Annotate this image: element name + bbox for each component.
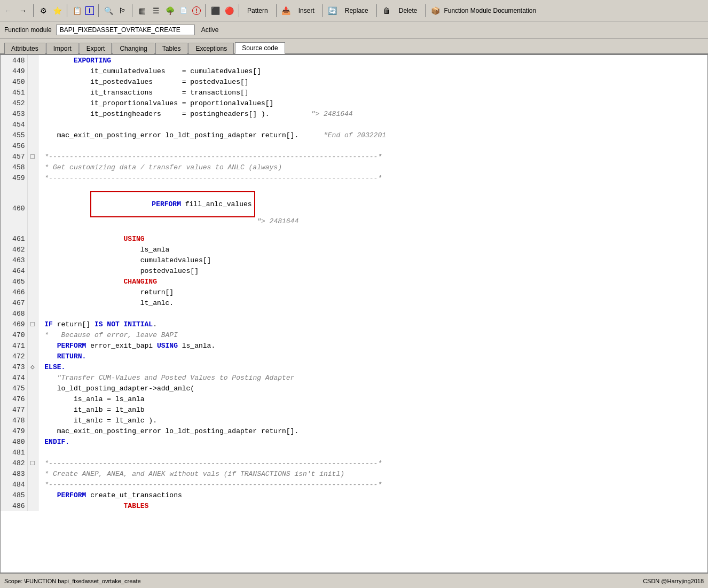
table-row: 472 RETURN. [1, 351, 707, 362]
toolbar-icon-list[interactable]: ☰ [151, 5, 161, 16]
code-line [38, 140, 707, 151]
toolbar-icon-doc[interactable]: 📄 [178, 5, 189, 16]
tab-exceptions[interactable]: Exceptions [188, 43, 234, 54]
toolbar-icon-module[interactable]: 📦 [430, 5, 440, 16]
toolbar-icon-insert-icon[interactable]: 📥 [281, 5, 292, 16]
line-number: 481 [1, 447, 27, 458]
line-number: 468 [1, 308, 27, 319]
table-row: 482 □ *---------------------------------… [1, 458, 707, 468]
code-line: mac_exit_on_posting_error lo_ldt_posting… [38, 426, 707, 436]
toolbar-icon-delete-icon[interactable]: 🗑 [381, 5, 392, 16]
toolbar: ← → ⚙ ⭐ 📋 i 🔍 🏳 ▦ ☰ 🌳 📄 ! ⬛ 🔴 Pattern 📥 … [0, 0, 708, 21]
code-line: PERFORM create_ut_transactions [38, 490, 707, 500]
table-row: 479 mac_exit_on_posting_error lo_ldt_pos… [1, 426, 707, 436]
separator-3 [98, 4, 99, 17]
code-line: ENDIF. [38, 436, 707, 447]
toolbar-icon-tree[interactable]: 🌳 [164, 5, 175, 16]
expand-col [27, 394, 38, 404]
code-line: EXPORTING [38, 55, 707, 66]
tab-attributes[interactable]: Attributes [4, 43, 45, 54]
table-row: 455 mac_exit_on_posting_error lo_ldt_pos… [1, 130, 707, 140]
code-line [38, 308, 707, 319]
line-number: 453 [1, 108, 27, 119]
separator-7 [276, 4, 277, 17]
separator-5 [205, 4, 206, 17]
code-line: it_cumulatedvalues = cumulatedvalues[] [38, 66, 707, 76]
line-number: 479 [1, 426, 27, 436]
code-line: * Get customizing data / transfer values… [38, 162, 707, 173]
insert-button[interactable]: Insert [295, 5, 318, 16]
toolbar-icon-flag[interactable]: 🏳 [117, 5, 128, 16]
table-row: 448 EXPORTING [1, 55, 707, 66]
toolbar-icon-replace-icon[interactable]: 🔄 [327, 5, 338, 16]
table-row: 477 it_anlb = lt_anlb [1, 404, 707, 415]
toolbar-icon-search[interactable]: 🔍 [103, 5, 114, 16]
code-table: 448 EXPORTING 449 it_cumulatedvalues = c… [1, 55, 707, 511]
toolbar-icon-red1[interactable]: ⬛ [210, 5, 221, 16]
replace-button[interactable]: Replace [341, 5, 372, 16]
table-row: 478 it_anlc = lt_anlc ). [1, 415, 707, 426]
tab-tables[interactable]: Tables [155, 43, 188, 54]
table-row: 469 □ IF return[] IS NOT INITIAL. [1, 319, 707, 330]
table-row: 464 postedvalues[] [1, 265, 707, 276]
code-line [38, 119, 707, 130]
line-number: 475 [1, 383, 27, 394]
pattern-button[interactable]: Pattern [243, 5, 272, 16]
toolbar-icon-red2[interactable]: 🔴 [224, 5, 234, 16]
table-row: 459 *-----------------------------------… [1, 173, 707, 183]
expand-col [27, 415, 38, 426]
table-row: 456 [1, 140, 707, 151]
line-number: 472 [1, 351, 27, 362]
line-number: 486 [1, 500, 27, 511]
line-number: 457 [1, 151, 27, 162]
expand-col [27, 276, 38, 287]
forward-button[interactable]: → [17, 5, 29, 16]
line-number: 463 [1, 255, 27, 265]
line-number: 449 [1, 66, 27, 76]
toolbar-icon-copy[interactable]: 📋 [72, 5, 82, 16]
table-row: 484 *-----------------------------------… [1, 479, 707, 490]
expand-col [27, 479, 38, 490]
code-line: cumulatedvalues[] [38, 255, 707, 265]
header-row: Function module BAPI_FIXEDASSET_OVRTAKE_… [0, 21, 708, 38]
expand-col [27, 162, 38, 173]
tab-import[interactable]: Import [46, 43, 78, 54]
toolbar-icon-info2[interactable]: ! [192, 6, 201, 15]
table-row: 475 lo_ldt_posting_adapter->add_anlc( [1, 383, 707, 394]
line-number: 458 [1, 162, 27, 173]
code-line: *---------------------------------------… [38, 151, 707, 162]
line-number: 461 [1, 233, 27, 244]
code-scroll[interactable]: 448 EXPORTING 449 it_cumulatedvalues = c… [1, 55, 707, 573]
table-row: 467 lt_anlc. [1, 297, 707, 308]
table-row: 458 * Get customizing data / transfer va… [1, 162, 707, 173]
tab-export[interactable]: Export [80, 43, 112, 54]
toolbar-icon-table[interactable]: ▦ [137, 5, 147, 16]
expand-col [27, 98, 38, 108]
line-number: 469 [1, 319, 27, 330]
table-row: 470 * Because of error, leave BAPI [1, 330, 707, 340]
line-number: 483 [1, 468, 27, 479]
back-button[interactable]: ← [2, 5, 14, 16]
expand-col [27, 490, 38, 500]
code-line: lt_anlc. [38, 297, 707, 308]
status-badge: Active [201, 26, 219, 34]
toolbar-icon-info[interactable]: i [85, 6, 94, 15]
delete-button[interactable]: Delete [395, 5, 421, 16]
tab-source-code[interactable]: Source code [235, 42, 285, 54]
line-number: 450 [1, 76, 27, 87]
code-line: RETURN. [38, 351, 707, 362]
expand-col [27, 297, 38, 308]
tab-changing[interactable]: Changing [113, 43, 154, 54]
table-row: 463 cumulatedvalues[] [1, 255, 707, 265]
line-number: 474 [1, 372, 27, 383]
toolbar-icon-2[interactable]: ⭐ [52, 5, 62, 16]
separator-1 [33, 4, 34, 17]
expand-col [27, 265, 38, 276]
expand-col [27, 173, 38, 183]
separator-10 [425, 4, 426, 17]
table-row: 451 it_transactions = transactions[] [1, 87, 707, 98]
toolbar-icon-1[interactable]: ⚙ [38, 5, 49, 16]
line-number: 455 [1, 130, 27, 140]
code-line: IF return[] IS NOT INITIAL. [38, 319, 707, 330]
doc-label: Function Module Documentation [444, 7, 536, 14]
